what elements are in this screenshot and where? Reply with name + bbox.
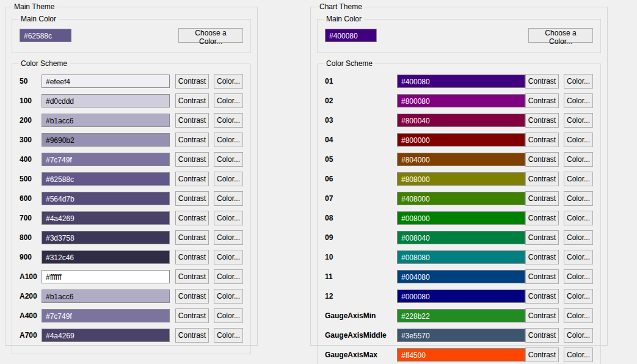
- contrast-button[interactable]: Contrast: [175, 328, 209, 343]
- main-color-swatch[interactable]: #400080: [325, 29, 377, 42]
- color-value-field[interactable]: #3d3758: [42, 231, 170, 244]
- color-button[interactable]: Color...: [564, 93, 593, 108]
- scheme-key-label: A200: [20, 292, 42, 300]
- color-value-field[interactable]: #ffffff: [42, 270, 170, 283]
- color-value-field[interactable]: #228b22: [397, 309, 525, 322]
- color-button[interactable]: Color...: [214, 289, 243, 304]
- contrast-button[interactable]: Contrast: [525, 348, 559, 362]
- contrast-button[interactable]: Contrast: [175, 191, 209, 206]
- scheme-key-label: 100: [20, 96, 42, 105]
- contrast-button[interactable]: Contrast: [175, 93, 209, 108]
- color-value-field[interactable]: #000080: [397, 289, 525, 303]
- contrast-button[interactable]: Contrast: [175, 172, 209, 186]
- color-value-field[interactable]: #800040: [397, 114, 525, 127]
- color-button[interactable]: Color...: [564, 269, 593, 284]
- color-value-field[interactable]: #008080: [397, 250, 525, 264]
- color-value-field[interactable]: #800080: [397, 94, 525, 107]
- scheme-key-label: 09: [325, 233, 397, 242]
- contrast-button[interactable]: Contrast: [525, 152, 559, 167]
- color-button[interactable]: Color...: [214, 308, 243, 323]
- color-value-field[interactable]: #4a4269: [42, 329, 170, 342]
- color-value-field[interactable]: #9690b2: [42, 133, 170, 147]
- contrast-button[interactable]: Contrast: [175, 133, 209, 147]
- color-scheme-row: 500#62588cContrastColor...: [20, 172, 243, 186]
- color-value-field[interactable]: #d0cddd: [42, 94, 170, 107]
- color-button[interactable]: Color...: [214, 211, 243, 225]
- main-color-swatch[interactable]: #62588c: [20, 29, 71, 42]
- color-button[interactable]: Color...: [214, 113, 243, 128]
- color-scheme-row: 08#008000ContrastColor...: [325, 211, 593, 225]
- color-value-field[interactable]: #564d7b: [42, 192, 170, 205]
- color-value-field[interactable]: #b1acc6: [42, 289, 170, 303]
- contrast-button[interactable]: Contrast: [525, 93, 559, 108]
- color-scheme-row: 800#3d3758ContrastColor...: [20, 230, 243, 245]
- contrast-button[interactable]: Contrast: [525, 191, 559, 206]
- contrast-button[interactable]: Contrast: [175, 230, 209, 245]
- color-button[interactable]: Color...: [564, 74, 593, 89]
- contrast-button[interactable]: Contrast: [175, 289, 209, 304]
- color-button[interactable]: Color...: [564, 113, 593, 128]
- color-scheme-row: 10#008080ContrastColor...: [325, 250, 593, 264]
- color-value-field[interactable]: #4a4269: [42, 211, 170, 225]
- contrast-button[interactable]: Contrast: [525, 133, 559, 147]
- color-button[interactable]: Color...: [214, 152, 243, 167]
- color-value-field[interactable]: #800000: [397, 133, 525, 147]
- color-button[interactable]: Color...: [214, 250, 243, 264]
- color-button[interactable]: Color...: [564, 230, 593, 245]
- color-scheme-row: GaugeAxisMax#ff4500ContrastColor...: [325, 348, 593, 362]
- color-button[interactable]: Color...: [214, 172, 243, 186]
- color-button[interactable]: Color...: [564, 328, 593, 343]
- color-value-field[interactable]: #ff4500: [397, 348, 525, 362]
- color-scheme-row: GaugeAxisMiddle#3e5570ContrastColor...: [325, 328, 593, 343]
- color-value-field[interactable]: #008000: [397, 211, 525, 225]
- color-value-field[interactable]: #400080: [397, 75, 525, 88]
- contrast-button[interactable]: Contrast: [525, 74, 559, 89]
- color-button[interactable]: Color...: [564, 191, 593, 206]
- contrast-button[interactable]: Contrast: [525, 289, 559, 304]
- contrast-button[interactable]: Contrast: [525, 250, 559, 264]
- color-button[interactable]: Color...: [214, 191, 243, 206]
- contrast-button[interactable]: Contrast: [175, 211, 209, 225]
- contrast-button[interactable]: Contrast: [525, 230, 559, 245]
- contrast-button[interactable]: Contrast: [175, 269, 209, 284]
- color-button[interactable]: Color...: [214, 93, 243, 108]
- color-button[interactable]: Color...: [564, 250, 593, 264]
- color-value-field[interactable]: #804000: [397, 153, 525, 166]
- choose-color-button[interactable]: Choose a Color...: [528, 28, 593, 43]
- color-button[interactable]: Color...: [564, 211, 593, 225]
- contrast-button[interactable]: Contrast: [175, 113, 209, 128]
- color-value-field[interactable]: #62588c: [42, 172, 170, 186]
- contrast-button[interactable]: Contrast: [525, 172, 559, 186]
- color-button[interactable]: Color...: [214, 133, 243, 147]
- contrast-button[interactable]: Contrast: [175, 308, 209, 323]
- contrast-button[interactable]: Contrast: [175, 74, 209, 89]
- color-button[interactable]: Color...: [214, 328, 243, 343]
- color-button[interactable]: Color...: [564, 308, 593, 323]
- contrast-button[interactable]: Contrast: [525, 211, 559, 225]
- color-value-field[interactable]: #004080: [397, 270, 525, 283]
- color-value-field[interactable]: #b1acc6: [42, 114, 170, 127]
- color-value-field[interactable]: #008040: [397, 231, 525, 244]
- color-value-field[interactable]: #312c46: [42, 250, 170, 264]
- color-button[interactable]: Color...: [214, 269, 243, 284]
- contrast-button[interactable]: Contrast: [525, 269, 559, 284]
- contrast-button[interactable]: Contrast: [175, 152, 209, 167]
- contrast-button[interactable]: Contrast: [525, 308, 559, 323]
- color-button[interactable]: Color...: [564, 133, 593, 147]
- color-button[interactable]: Color...: [214, 230, 243, 245]
- contrast-button[interactable]: Contrast: [175, 250, 209, 264]
- color-button[interactable]: Color...: [564, 348, 593, 362]
- color-button[interactable]: Color...: [214, 74, 243, 89]
- color-value-field[interactable]: #408000: [397, 192, 525, 205]
- color-value-field[interactable]: #3e5570: [397, 329, 525, 342]
- color-button[interactable]: Color...: [564, 152, 593, 167]
- color-value-field[interactable]: #7c749f: [42, 309, 170, 322]
- choose-color-button[interactable]: Choose a Color...: [178, 28, 243, 43]
- color-button[interactable]: Color...: [564, 289, 593, 304]
- color-button[interactable]: Color...: [564, 172, 593, 186]
- color-value-field[interactable]: #7c749f: [42, 153, 170, 166]
- contrast-button[interactable]: Contrast: [525, 328, 559, 343]
- color-value-field[interactable]: #808000: [397, 172, 525, 186]
- color-value-field[interactable]: #efeef4: [42, 75, 170, 88]
- contrast-button[interactable]: Contrast: [525, 113, 559, 128]
